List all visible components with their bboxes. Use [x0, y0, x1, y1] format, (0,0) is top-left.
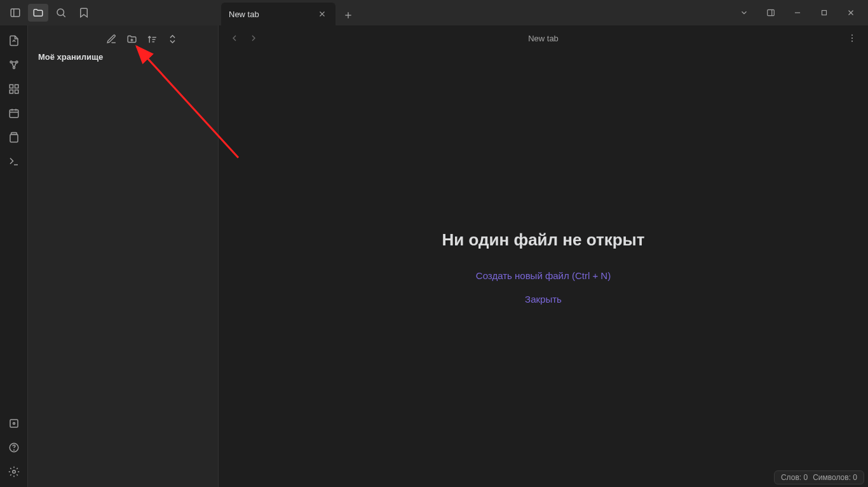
svg-point-15 [16, 61, 18, 63]
svg-rect-23 [15, 90, 18, 93]
bookmarks-tab-icon[interactable] [74, 4, 94, 22]
svg-rect-8 [768, 10, 775, 15]
svg-point-2 [57, 9, 64, 16]
create-file-link[interactable]: Создать новый файл (Ctrl + N) [476, 266, 611, 285]
close-link[interactable]: Закрыть [525, 290, 562, 308]
main-header: New tab [219, 25, 868, 51]
new-note-icon[interactable] [104, 31, 119, 46]
svg-point-42 [851, 38, 853, 39]
svg-point-43 [851, 41, 853, 42]
svg-line-18 [14, 63, 16, 67]
svg-line-3 [63, 15, 65, 17]
char-count: Символов: 0 [813, 473, 857, 482]
canvas-icon[interactable] [4, 79, 24, 99]
chevron-down-icon[interactable] [732, 4, 756, 22]
left-sidebar-toggle-icon[interactable] [5, 4, 25, 22]
empty-heading: Ни один файл не открыт [442, 230, 644, 250]
status-bar[interactable]: Слов: 0 Символов: 0 [774, 470, 864, 484]
left-ribbon [0, 25, 28, 487]
titlebar-left-group [0, 4, 94, 22]
new-tab-button[interactable] [338, 5, 358, 25]
sidebar-action-bar [28, 25, 218, 52]
empty-state: Ни один файл не открыт Создать новый фай… [219, 51, 868, 487]
nav-back-button[interactable] [226, 30, 243, 46]
svg-rect-28 [10, 135, 18, 142]
collapse-expand-icon[interactable] [165, 31, 180, 46]
vault-icon[interactable] [4, 413, 24, 434]
tab-new-tab[interactable]: New tab [221, 3, 336, 25]
close-window-button[interactable] [839, 4, 863, 22]
svg-rect-21 [15, 85, 18, 88]
new-folder-icon[interactable] [124, 31, 139, 46]
graph-view-icon[interactable] [4, 55, 24, 75]
svg-point-33 [13, 449, 14, 450]
svg-line-17 [11, 63, 13, 67]
templates-icon[interactable] [4, 127, 24, 147]
quick-switcher-icon[interactable] [4, 31, 24, 51]
word-count: Слов: 0 [781, 473, 808, 482]
sort-icon[interactable] [144, 31, 159, 46]
search-tab-icon[interactable] [51, 4, 71, 22]
tab-container: New tab [221, 0, 358, 25]
right-sidebar-toggle-icon[interactable] [759, 4, 783, 22]
main-pane: New tab Ни один файл не открыт Создать н… [219, 25, 868, 487]
svg-rect-24 [10, 110, 18, 118]
vault-title[interactable]: Моё хранилище [28, 52, 218, 67]
help-icon[interactable] [4, 437, 24, 458]
svg-rect-11 [822, 11, 827, 15]
file-explorer-sidebar: Моё хранилище [28, 25, 219, 487]
maximize-button[interactable] [812, 4, 836, 22]
settings-icon[interactable] [4, 462, 24, 482]
svg-rect-20 [10, 85, 13, 88]
command-palette-icon[interactable] [4, 151, 24, 172]
files-tab-icon[interactable] [28, 4, 48, 22]
window-controls [732, 0, 868, 25]
svg-rect-30 [10, 420, 18, 427]
body-container: Моё хранилище New tab Ни один файл не от… [0, 25, 868, 487]
svg-rect-0 [11, 9, 20, 17]
svg-rect-22 [10, 90, 13, 93]
svg-point-14 [10, 61, 12, 63]
titlebar: New tab [0, 0, 868, 25]
tab-close-button[interactable] [316, 8, 328, 20]
minimize-button[interactable] [785, 4, 810, 22]
svg-point-34 [12, 470, 15, 474]
more-menu-icon[interactable] [844, 30, 860, 46]
daily-notes-icon[interactable] [4, 103, 24, 123]
svg-point-31 [13, 423, 15, 425]
nav-forward-button[interactable] [245, 30, 262, 46]
main-title: New tab [528, 34, 559, 43]
svg-point-16 [13, 67, 15, 69]
tab-label: New tab [229, 10, 259, 19]
svg-point-41 [851, 34, 853, 36]
nav-arrows [226, 30, 262, 46]
